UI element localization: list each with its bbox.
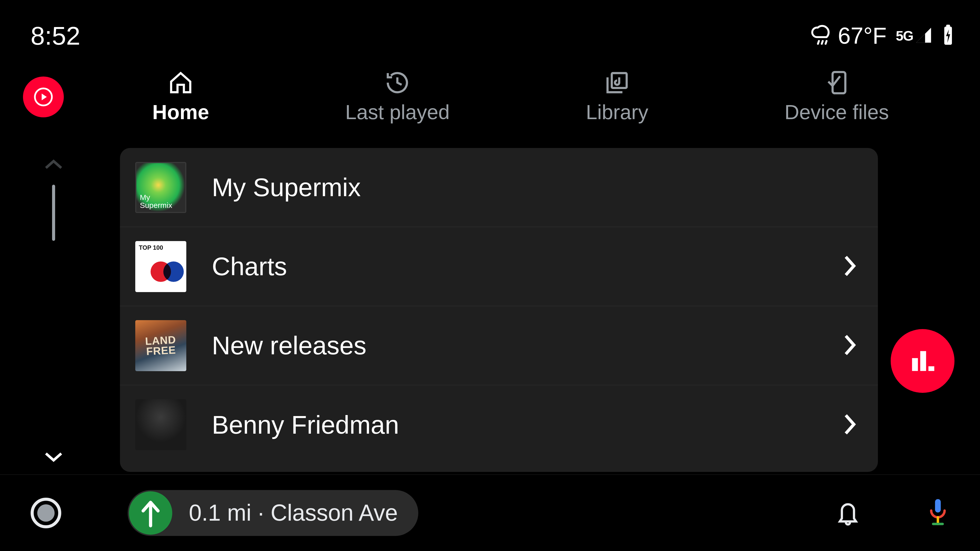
notifications-button[interactable]	[836, 498, 860, 528]
svg-rect-12	[935, 499, 941, 513]
equalizer-icon	[908, 346, 937, 375]
list-item-my-supermix[interactable]: My Supermix	[120, 148, 878, 227]
tab-label: Home	[152, 100, 209, 124]
history-icon	[385, 70, 410, 95]
car-head-unit-screen: 8:52 67°F 5G	[0, 0, 980, 551]
svg-line-0	[818, 41, 819, 44]
app-launcher-button[interactable]	[30, 498, 61, 528]
list-item-new-releases[interactable]: New releases	[120, 306, 878, 385]
tab-label: Library	[586, 100, 649, 124]
list-item-label: New releases	[212, 331, 842, 360]
tab-label: Device files	[784, 100, 889, 124]
list-item-charts[interactable]: TOP 100 Charts	[120, 227, 878, 306]
svg-line-1	[822, 41, 823, 44]
tab-home[interactable]: Home	[152, 70, 209, 124]
list-item-label: My Supermix	[212, 173, 858, 202]
scroll-thumb[interactable]	[52, 185, 55, 241]
scroll-track[interactable]	[52, 185, 55, 438]
svg-rect-8	[912, 358, 918, 371]
network-type-label: 5G	[896, 28, 913, 44]
bottom-right-actions	[836, 496, 950, 530]
weather-chip: 67°F	[810, 23, 886, 49]
maneuver-straight-icon	[129, 491, 172, 535]
scroll-down-button[interactable]	[43, 451, 64, 464]
status-bar: 8:52 67°F 5G	[30, 21, 955, 51]
tab-label: Last played	[345, 100, 450, 124]
tab-library[interactable]: Library	[586, 70, 649, 124]
cell-signal: 5G	[896, 26, 932, 45]
signal-bars-icon	[915, 26, 932, 45]
home-icon	[168, 70, 193, 95]
thumbnail-overlay-text: TOP 100	[139, 245, 163, 251]
chevron-right-icon	[842, 254, 858, 279]
tab-last-played[interactable]: Last played	[345, 70, 450, 124]
clock: 8:52	[30, 21, 80, 51]
now-playing-fab[interactable]	[891, 329, 955, 393]
assistant-mic-button[interactable]	[926, 496, 950, 530]
svg-rect-4	[946, 25, 950, 27]
youtube-music-logo[interactable]	[23, 76, 64, 118]
playlist-thumbnail: TOP 100	[135, 241, 186, 292]
artist-thumbnail	[135, 399, 186, 450]
navigation-text: 0.1 mi · Classon Ave	[189, 500, 398, 526]
nav-distance: 0.1 mi	[189, 500, 251, 526]
nav-separator: ·	[258, 500, 264, 526]
library-music-icon	[605, 70, 630, 95]
navigation-chip[interactable]: 0.1 mi · Classon Ave	[127, 490, 418, 536]
chevron-right-icon	[842, 412, 858, 437]
battery-icon	[942, 24, 955, 48]
list-item-label: Benny Friedman	[212, 410, 842, 440]
tab-device-files[interactable]: Device files	[784, 70, 889, 124]
status-right-cluster: 67°F 5G	[810, 23, 955, 49]
scroll-rail	[33, 158, 74, 464]
weather-temp: 67°F	[838, 23, 886, 49]
svg-line-2	[826, 41, 827, 44]
list-item-label: Charts	[212, 252, 842, 281]
playlist-thumbnail	[135, 320, 186, 371]
nav-street: Classon Ave	[270, 500, 398, 526]
playlist-thumbnail	[135, 162, 186, 213]
list-item-artist[interactable]: Benny Friedman	[120, 385, 878, 464]
content-list: My Supermix TOP 100 Charts New releases	[120, 148, 878, 472]
app-header: Home Last played Library	[23, 64, 957, 130]
scroll-up-button[interactable]	[43, 158, 64, 172]
svg-rect-10	[928, 366, 934, 371]
system-bottom-bar: 0.1 mi · Classon Ave	[0, 475, 980, 551]
phone-check-icon	[824, 70, 850, 95]
tab-bar: Home Last played Library	[84, 70, 957, 124]
weather-rain-icon	[810, 24, 833, 48]
chevron-right-icon	[842, 333, 858, 358]
svg-rect-9	[920, 351, 926, 371]
